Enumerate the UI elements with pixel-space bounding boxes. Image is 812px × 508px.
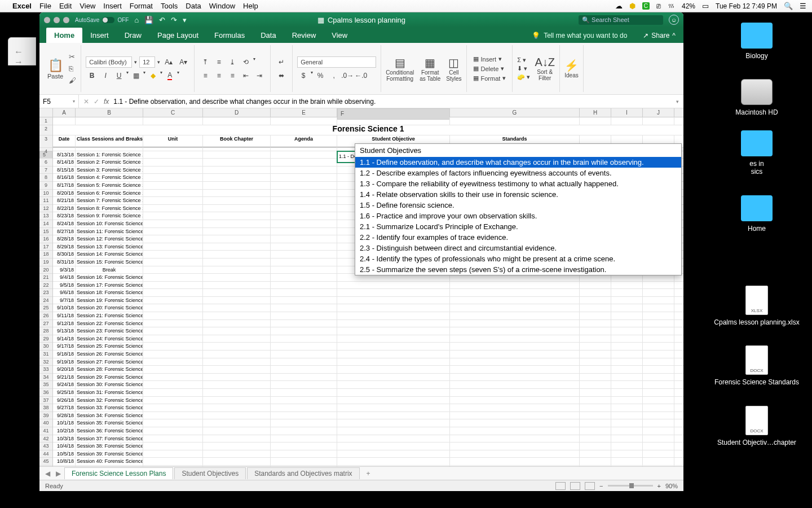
row-header-20[interactable]: 20	[39, 266, 52, 274]
cell[interactable]	[643, 304, 674, 312]
row-header-12[interactable]: 12	[39, 205, 52, 213]
cell[interactable]	[143, 212, 203, 220]
cell[interactable]: 10/4/18	[53, 443, 76, 450]
cell[interactable]: Session 6: Forensic Science 1	[76, 190, 143, 197]
cell[interactable]: 9/21/18	[53, 374, 76, 381]
cell[interactable]	[611, 397, 643, 404]
dropdown-option[interactable]: 2.2 - Identify four examples of trace ev…	[355, 232, 681, 243]
cell[interactable]	[271, 182, 337, 189]
cell[interactable]	[143, 312, 203, 319]
dropdown-option[interactable]: 2.5 - Summarize the seven steps (seven S…	[355, 264, 681, 275]
cell[interactable]	[203, 450, 271, 458]
cell[interactable]	[450, 450, 580, 458]
cell[interactable]	[643, 327, 674, 335]
italic-button[interactable]: I	[99, 70, 112, 81]
cell[interactable]	[611, 374, 643, 381]
inc-decimal-icon[interactable]: .0→	[341, 70, 354, 81]
cell[interactable]	[337, 327, 450, 335]
cell[interactable]: 8/27/18	[53, 228, 76, 235]
cell[interactable]	[203, 259, 271, 266]
row-header-25[interactable]: 25	[39, 304, 52, 312]
cell[interactable]	[271, 289, 337, 296]
cell[interactable]	[450, 358, 580, 366]
name-box[interactable]: F5▾	[39, 95, 79, 108]
cell[interactable]	[337, 289, 450, 296]
fill-icon[interactable]: ⬇ ▾	[517, 65, 530, 72]
row-header-16[interactable]: 16	[39, 235, 52, 243]
cell[interactable]	[337, 320, 450, 327]
cell[interactable]	[143, 243, 203, 251]
merge-icon[interactable]: ⬌	[275, 70, 288, 81]
align-left-icon[interactable]: ≡	[199, 70, 211, 81]
cell[interactable]: 9/12/18	[53, 320, 76, 327]
cell[interactable]	[203, 466, 271, 466]
menu-extra-icon[interactable]: ☰	[800, 2, 806, 10]
cell[interactable]	[643, 450, 674, 458]
cell[interactable]: Session 15: Forensic Science 1	[76, 259, 143, 266]
cell[interactable]	[203, 343, 271, 350]
cell[interactable]	[580, 297, 611, 304]
cell[interactable]	[337, 351, 450, 358]
cell[interactable]	[611, 335, 643, 343]
cell[interactable]	[643, 358, 674, 366]
cell[interactable]	[450, 397, 580, 404]
cell[interactable]	[203, 312, 271, 319]
cancel-icon[interactable]: ✕	[83, 98, 89, 106]
cell[interactable]	[580, 389, 611, 396]
cell[interactable]	[337, 304, 450, 312]
cell[interactable]	[611, 450, 643, 458]
cell[interactable]: 8/13/18	[53, 151, 76, 159]
cell[interactable]	[143, 450, 203, 458]
menu-file[interactable]: File	[39, 2, 51, 10]
cell[interactable]	[271, 159, 337, 166]
font-select[interactable]: Calibri (Body)	[86, 56, 132, 68]
file-xlsx[interactable]: XLSXCpalms lesson planning.xlsx	[714, 286, 799, 326]
cell[interactable]: Session 12: Forensic Science 1	[76, 235, 143, 243]
cell[interactable]: Session 4: Forensic Science 1	[76, 174, 143, 181]
row-header-17[interactable]: 17	[39, 243, 52, 251]
cell[interactable]	[271, 282, 337, 289]
menu-insert[interactable]: Insert	[103, 2, 122, 10]
row-header-31[interactable]: 31	[39, 351, 52, 358]
percent-icon[interactable]: %	[314, 70, 326, 81]
cell[interactable]	[143, 182, 203, 189]
cell[interactable]	[611, 381, 643, 388]
ideas-button[interactable]: ⚡Ideas	[564, 59, 579, 78]
cell[interactable]: Session 34: Forensic Science 1	[76, 412, 143, 419]
cell[interactable]: Session 5: Forensic Science 1	[76, 182, 143, 189]
cell[interactable]	[271, 274, 337, 281]
border-button[interactable]: ▦	[130, 70, 142, 81]
cell[interactable]: Session 29: Forensic Science 1	[76, 374, 143, 381]
cell[interactable]	[450, 335, 580, 343]
window-controls[interactable]	[44, 17, 69, 23]
cell[interactable]	[450, 343, 580, 350]
cell[interactable]	[580, 358, 611, 366]
menu-data[interactable]: Data	[186, 2, 201, 10]
currency-icon[interactable]: $	[297, 70, 310, 81]
row-header-19[interactable]: 19	[39, 259, 52, 266]
cell[interactable]	[203, 351, 271, 358]
cell[interactable]	[143, 174, 203, 181]
cell[interactable]: 8/30/18	[53, 251, 76, 258]
row-header-46[interactable]: 46	[39, 466, 52, 466]
fill-color-button[interactable]: ◆	[147, 70, 159, 81]
conditional-formatting[interactable]: ▤Conditional Formatting	[386, 56, 414, 82]
dropdown-option[interactable]: 1.3 - Compare the reliability of eyewitn…	[355, 178, 681, 189]
align-right-icon[interactable]: ≡	[226, 70, 239, 81]
header-cell[interactable]: Class Sessions and Breaks	[76, 135, 143, 147]
row-header-10[interactable]: 10	[39, 190, 52, 198]
cell[interactable]	[611, 389, 643, 396]
row-header-41[interactable]: 41	[39, 427, 52, 435]
cell[interactable]	[337, 427, 450, 435]
cell[interactable]	[643, 397, 674, 404]
cell[interactable]: 10/5/18	[53, 450, 76, 458]
cell[interactable]	[143, 167, 203, 174]
qat-save-icon[interactable]: 💾	[144, 16, 153, 24]
row-header-6[interactable]: 6	[39, 159, 52, 167]
cell[interactable]: 9/3/18	[53, 266, 76, 274]
cell[interactable]	[143, 458, 203, 465]
cell[interactable]	[450, 351, 580, 358]
row-header-28[interactable]: 28	[39, 327, 52, 335]
cell[interactable]	[203, 327, 271, 335]
battery-percent[interactable]: 42%	[682, 2, 695, 10]
